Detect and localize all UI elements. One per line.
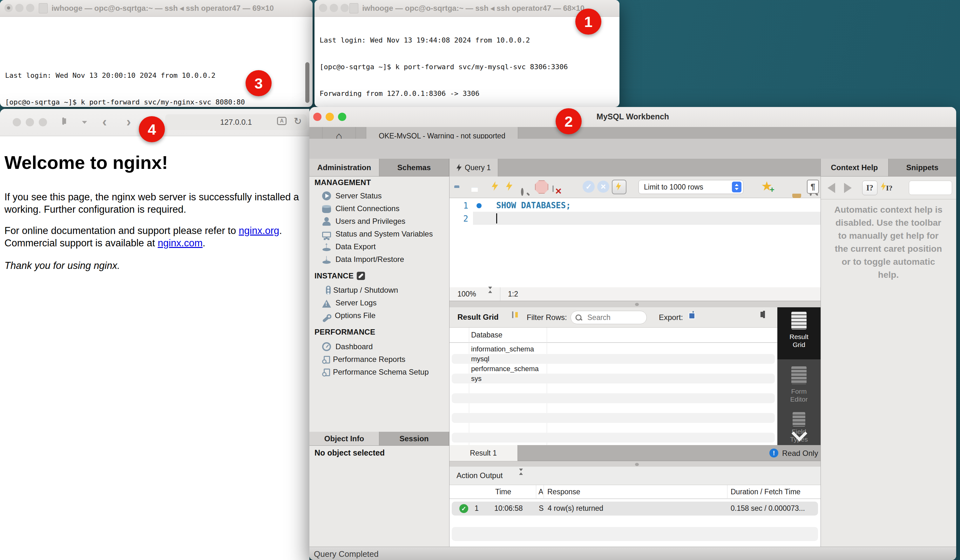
lightning-icon <box>456 164 462 171</box>
sidebar-item-performance-schema-setup[interactable]: Performance Schema Setup <box>322 366 429 378</box>
sidebar-item-startup-shutdown[interactable]: Startup / Shutdown <box>322 284 398 297</box>
save-snippet-icon[interactable]: ★ <box>761 179 773 193</box>
invisible-characters-icon[interactable]: ¶ <box>807 180 819 194</box>
tab-administration[interactable]: Administration <box>309 159 379 177</box>
view-tab-field-types[interactable]: FieldTypes <box>778 410 821 445</box>
sidebar-toggle-icon[interactable] <box>62 118 64 125</box>
nginx-org-link[interactable]: nginx.org <box>239 225 280 236</box>
back-button[interactable]: ‹ <box>102 115 107 129</box>
reload-icon[interactable]: ↻ <box>294 116 302 127</box>
output-row[interactable]: ✓ 1 10:06:58 S 4 row(s) returned 0.158 s… <box>452 502 818 515</box>
tab-object-info[interactable]: Object Info <box>309 432 379 446</box>
sidebar-divider[interactable] <box>449 159 450 547</box>
grid-icon <box>512 311 514 318</box>
zoom-button[interactable] <box>39 118 47 126</box>
minimize-button[interactable] <box>15 4 24 12</box>
forward-button[interactable]: › <box>126 115 131 129</box>
close-button[interactable] <box>319 4 327 12</box>
help-forward-icon[interactable] <box>844 183 852 193</box>
sidebar-item-options-file[interactable]: Options File <box>322 309 376 322</box>
filter-search-field[interactable] <box>571 311 647 324</box>
commit-icon[interactable]: ✓ <box>582 180 595 193</box>
toggle-grid-panel-icon[interactable] <box>763 311 765 318</box>
minimize-button[interactable] <box>26 118 34 126</box>
sidebar-item-performance-reports[interactable]: Performance Reports <box>322 353 405 366</box>
manual-context-help-button[interactable]: I? <box>862 180 877 195</box>
workbench-titlebar[interactable]: MySQL Workbench <box>309 107 956 127</box>
zoom-button[interactable] <box>341 4 349 12</box>
cell-database[interactable]: performance_schema <box>471 365 539 373</box>
row-response: 4 row(s) returned <box>548 504 603 513</box>
tab-schemas[interactable]: Schemas <box>379 159 449 177</box>
col-action[interactable]: A <box>538 488 543 496</box>
search-input[interactable] <box>587 313 639 322</box>
cell-database[interactable]: mysql <box>471 355 489 363</box>
terminal-right-titlebar[interactable]: iwhooge — opc@o-sqrtga:~ — ssh ◂ ssh ope… <box>315 0 619 17</box>
view-tab-result-grid[interactable]: ResultGrid <box>778 307 821 359</box>
warning-icon <box>322 300 331 308</box>
sidebar-item-users-privileges[interactable]: Users and Privileges <box>322 215 405 228</box>
zoom-button[interactable] <box>26 4 34 12</box>
translate-icon[interactable]: A <box>277 117 286 125</box>
context-help-panel: I? I? Automatic context help is disabled… <box>821 177 956 547</box>
grid-row-stripe[interactable] <box>452 374 775 383</box>
sidebar-item-client-connections[interactable]: Client Connections <box>322 202 399 215</box>
cell-database[interactable]: information_schema <box>471 345 534 353</box>
grid-row[interactable]: mysql <box>471 354 489 364</box>
help-search-field[interactable] <box>909 180 952 195</box>
explain-plan-icon[interactable] <box>521 188 523 196</box>
close-button[interactable] <box>13 118 21 126</box>
col-duration[interactable]: Duration / Fetch Time <box>731 488 800 496</box>
column-header-database[interactable]: Database <box>471 331 502 339</box>
grid-row[interactable]: performance_schema <box>471 364 539 374</box>
col-time[interactable]: Time <box>495 488 511 496</box>
close-button[interactable] <box>5 4 13 12</box>
sidebar-item-data-import[interactable]: Data Import/Restore <box>322 253 404 266</box>
tab-session[interactable]: Session <box>379 432 449 446</box>
export-icon[interactable] <box>693 311 694 318</box>
nginx-com-link[interactable]: nginx.com <box>158 238 202 249</box>
auto-context-help-button[interactable]: I? <box>881 182 892 192</box>
sidebar-item-status-variables[interactable]: Status and System Variables <box>322 228 433 240</box>
item-label: Client Connections <box>336 204 399 213</box>
sidebar-item-data-export[interactable]: Data Export <box>322 240 376 253</box>
sql-editor[interactable]: 1 2 SHOW DATABASES; <box>449 198 821 287</box>
view-tab-form-editor[interactable]: FormEditor <box>778 364 821 410</box>
reports-icon <box>324 356 330 364</box>
sql-statement: SHOW DATABASES; <box>496 201 571 210</box>
cell-database[interactable]: sys <box>471 375 482 383</box>
chevron-down-icon[interactable] <box>82 121 87 124</box>
sidebar-item-server-logs[interactable]: Server Logs <box>322 297 376 309</box>
stop-on-error-icon[interactable] <box>552 185 554 192</box>
tab-context-help[interactable]: Context Help <box>821 159 888 177</box>
address-bar[interactable]: 127.0.0.1 A ↻ <box>165 114 307 130</box>
help-back-icon[interactable] <box>827 183 835 193</box>
help-panel-divider[interactable] <box>821 159 821 547</box>
row-index: 1 <box>475 504 479 513</box>
result-output-splitter[interactable] <box>449 461 821 467</box>
execute-query-icon[interactable] <box>492 181 498 191</box>
output-header-row: Time A Response Duration / Fetch Time <box>449 485 821 499</box>
execute-current-statement-icon[interactable] <box>506 181 512 191</box>
toggle-autocommit-icon[interactable] <box>612 180 626 194</box>
terminal-left-titlebar[interactable]: iwhooge — opc@o-sqrtga:~ — ssh ◂ ssh ope… <box>0 0 313 17</box>
terminal-scrollbar[interactable] <box>305 62 309 103</box>
stop-query-icon[interactable] <box>535 180 548 194</box>
tab-snippets[interactable]: Snippets <box>888 159 956 177</box>
sidebar-item-dashboard[interactable]: Dashboard <box>322 340 373 353</box>
grid-row[interactable]: information_schema <box>471 344 534 354</box>
terminal-right-output: Last login: Wed Nov 13 19:44:08 2024 fro… <box>320 18 614 107</box>
sidebar-item-server-status[interactable]: Server Status <box>322 190 381 202</box>
editor-result-splitter[interactable] <box>449 301 821 308</box>
grid-row-stripe[interactable] <box>452 354 775 364</box>
rollback-icon[interactable]: × <box>597 180 609 193</box>
col-response[interactable]: Response <box>547 488 581 496</box>
schema-setup-icon <box>324 369 330 376</box>
tab-result-1[interactable]: Result 1 <box>449 445 518 461</box>
grid-row[interactable]: sys <box>471 374 482 383</box>
limit-rows-dropdown[interactable]: Limit to 1000 rows <box>638 180 743 194</box>
terminal-line: Last login: Wed Nov 13 19:44:08 2024 fro… <box>320 36 614 45</box>
message-line: to manually get help for <box>821 229 956 242</box>
tab-query1[interactable]: Query 1 <box>449 159 498 177</box>
minimize-button[interactable] <box>330 4 338 12</box>
